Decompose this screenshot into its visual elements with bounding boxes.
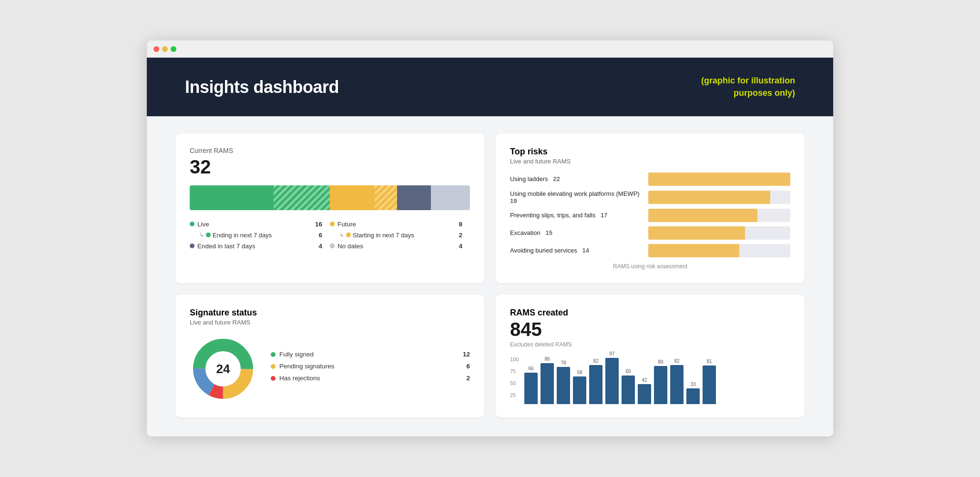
bar-rect-8 — [654, 366, 667, 404]
bar-val-1: 86 — [544, 356, 550, 362]
risk-track-2 — [648, 209, 790, 222]
bar-val-11: 81 — [706, 359, 712, 364]
legend-live: Live 16 — [190, 221, 330, 228]
risk-row-3: Excavation 15 — [510, 226, 790, 240]
risk-label-1: Using mobile elevating work platforms (M… — [510, 190, 648, 204]
bar-rect-6 — [622, 376, 635, 404]
sig-subtitle: Live and future RAMS — [190, 319, 470, 326]
pending-dot — [271, 364, 276, 369]
bar-future — [330, 185, 375, 210]
close-dot[interactable] — [153, 46, 159, 52]
risk-row-4: Avoiding buried services 14 — [510, 244, 790, 257]
current-rams-card: Current RAMS 32 Live 16 — [175, 133, 484, 283]
maximize-dot[interactable] — [171, 46, 176, 52]
bar-col-10: 33 — [686, 382, 700, 404]
risk-fill-3 — [648, 226, 745, 240]
risk-fill-1 — [648, 191, 770, 204]
future-label: Future — [337, 221, 356, 228]
starting-label: Starting in next 7 days — [353, 232, 414, 239]
bar-col-8: 80 — [654, 359, 667, 404]
page-title: Insights dashboard — [185, 77, 339, 97]
bar-val-9: 82 — [674, 358, 679, 364]
live-count: 16 — [315, 221, 330, 228]
risk-label-4: Avoiding buried services 14 — [510, 247, 648, 254]
arrow-icon: ↳ — [199, 232, 204, 238]
legend-starting-row: ↳ Starting in next 7 days 2 — [330, 232, 470, 239]
risk-label-0: Using ladders 22 — [510, 175, 648, 183]
risk-fill-0 — [648, 173, 790, 186]
risk-track-0 — [648, 173, 790, 186]
dashboard-grid: Current RAMS 32 Live 16 — [175, 133, 805, 417]
current-rams-number: 32 — [190, 156, 470, 178]
ending-count: 6 — [319, 232, 330, 239]
bar-col-1: 86 — [541, 356, 554, 404]
bar-val-5: 97 — [609, 351, 614, 356]
sig-title: Signature status — [190, 308, 470, 318]
bar-rect-4 — [589, 365, 602, 404]
dashboard-body: Current RAMS 32 Live 16 — [147, 116, 833, 436]
top-risks-title: Top risks — [510, 147, 790, 157]
future-dot — [330, 222, 335, 226]
risk-row-1: Using mobile elevating work platforms (M… — [510, 190, 790, 204]
legend-nodates: No dates 4 — [330, 243, 470, 250]
risk-track-1 — [648, 191, 790, 204]
risk-row-0: Using ladders 22 — [510, 173, 790, 186]
legend-future: Future 8 — [330, 221, 470, 228]
rams-legend: Live 16 Future 8 ↳ Ending in next 7 days — [190, 221, 470, 250]
bar-val-8: 80 — [658, 359, 663, 365]
rams-created-number: 845 — [510, 319, 790, 340]
legend-ending-row: ↳ Ending in next 7 days 6 — [190, 232, 330, 239]
nodates-count: 4 — [459, 243, 470, 250]
bar-col-7: 42 — [638, 377, 651, 404]
bar-val-0: 66 — [528, 366, 533, 371]
sig-content: 24 Fully signed 12 Pending signatures 6 — [190, 335, 470, 402]
risk-footer: RAMS using risk assessment — [510, 263, 790, 270]
sig-legend: Fully signed 12 Pending signatures 6 Has… — [271, 351, 470, 386]
bar-col-3: 58 — [573, 370, 586, 404]
minimize-dot[interactable] — [162, 46, 168, 52]
bar-rect-1 — [541, 363, 554, 404]
ended-label: Ended in last 7 days — [197, 243, 255, 250]
bar-col-9: 82 — [670, 358, 684, 404]
bar-starting — [375, 185, 397, 210]
sig-rejections: Has rejections 2 — [271, 375, 470, 382]
risk-row-2: Preventing slips, trips, and falls 17 — [510, 209, 790, 222]
bar-ending — [274, 185, 330, 210]
nodates-label: No dates — [337, 243, 363, 250]
bar-col-0: 66 — [524, 366, 538, 404]
browser-window: Insights dashboard (graphic for illustra… — [147, 41, 833, 436]
current-rams-label: Current RAMS — [190, 147, 470, 154]
sig-pending: Pending signatures 6 — [271, 363, 470, 370]
bar-rect-0 — [524, 373, 538, 404]
rams-created-subtitle: Excludes deleted RAMS — [510, 341, 790, 348]
fully-signed-count: 12 — [463, 351, 470, 358]
bar-nodates — [431, 185, 470, 210]
bar-col-11: 81 — [703, 359, 716, 404]
donut-center-value: 24 — [216, 361, 230, 376]
ended-count: 4 — [318, 243, 330, 250]
bar-val-4: 82 — [593, 358, 598, 364]
y-25: 25 — [510, 392, 519, 398]
future-count: 8 — [459, 221, 470, 228]
bar-rect-11 — [703, 365, 716, 404]
bar-val-7: 42 — [642, 377, 647, 383]
bar-val-3: 58 — [577, 370, 582, 375]
legend-starting: ↳ Starting in next 7 days 2 — [337, 232, 470, 239]
top-risks-card: Top risks Live and future RAMS Using lad… — [496, 133, 805, 283]
ended-dot — [190, 244, 194, 248]
illustration-note: (graphic for illustrationpurposes only) — [701, 75, 795, 99]
bar-val-6: 60 — [625, 369, 631, 374]
ending-label: Ending in next 7 days — [213, 232, 272, 239]
fully-signed-label: Fully signed — [279, 351, 459, 358]
bar-val-2: 78 — [561, 360, 566, 365]
risk-label-3: Excavation 15 — [510, 229, 648, 236]
nodates-dot — [330, 244, 335, 248]
starting-dot — [346, 233, 351, 237]
rejections-count: 2 — [466, 375, 470, 382]
bar-live — [190, 185, 274, 210]
y-100: 100 — [510, 356, 519, 362]
risk-track-4 — [648, 244, 790, 257]
app-header: Insights dashboard (graphic for illustra… — [147, 58, 833, 116]
rejections-dot — [271, 376, 276, 381]
bar-rect-3 — [573, 376, 586, 404]
